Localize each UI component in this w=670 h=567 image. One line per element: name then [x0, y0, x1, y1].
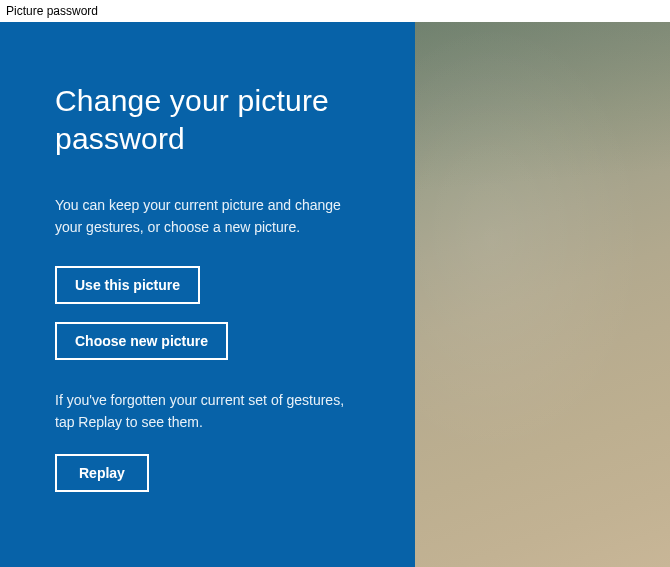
main-area: Change your picture password You can kee… [0, 22, 670, 567]
instruction-panel: Change your picture password You can kee… [0, 22, 415, 567]
use-this-picture-button[interactable]: Use this picture [55, 266, 200, 304]
replay-button[interactable]: Replay [55, 454, 149, 492]
replay-section: If you've forgotten your current set of … [55, 390, 365, 491]
page-heading: Change your picture password [55, 82, 365, 157]
replay-description-text: If you've forgotten your current set of … [55, 390, 345, 433]
description-text: You can keep your current picture and ch… [55, 195, 345, 238]
choose-new-picture-button[interactable]: Choose new picture [55, 322, 228, 360]
window-title: Picture password [0, 0, 670, 22]
picture-preview [415, 22, 670, 567]
